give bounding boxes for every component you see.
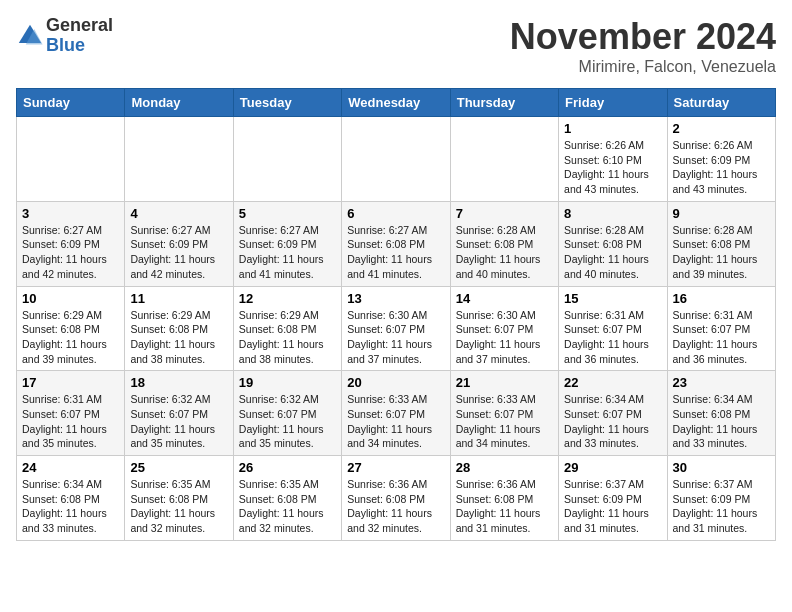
logo-blue-text: Blue	[46, 36, 113, 56]
logo-icon	[16, 22, 44, 50]
day-info: Sunrise: 6:35 AM Sunset: 6:08 PM Dayligh…	[130, 477, 227, 536]
calendar-cell: 4Sunrise: 6:27 AM Sunset: 6:09 PM Daylig…	[125, 201, 233, 286]
calendar-cell	[17, 117, 125, 202]
calendar-cell: 7Sunrise: 6:28 AM Sunset: 6:08 PM Daylig…	[450, 201, 558, 286]
calendar-cell: 25Sunrise: 6:35 AM Sunset: 6:08 PM Dayli…	[125, 456, 233, 541]
day-number: 22	[564, 375, 661, 390]
day-number: 18	[130, 375, 227, 390]
day-info: Sunrise: 6:26 AM Sunset: 6:09 PM Dayligh…	[673, 138, 770, 197]
day-number: 23	[673, 375, 770, 390]
calendar-cell: 28Sunrise: 6:36 AM Sunset: 6:08 PM Dayli…	[450, 456, 558, 541]
day-info: Sunrise: 6:28 AM Sunset: 6:08 PM Dayligh…	[673, 223, 770, 282]
calendar-cell: 9Sunrise: 6:28 AM Sunset: 6:08 PM Daylig…	[667, 201, 775, 286]
day-number: 13	[347, 291, 444, 306]
day-info: Sunrise: 6:33 AM Sunset: 6:07 PM Dayligh…	[347, 392, 444, 451]
day-info: Sunrise: 6:32 AM Sunset: 6:07 PM Dayligh…	[239, 392, 336, 451]
day-number: 19	[239, 375, 336, 390]
calendar-cell: 21Sunrise: 6:33 AM Sunset: 6:07 PM Dayli…	[450, 371, 558, 456]
day-info: Sunrise: 6:31 AM Sunset: 6:07 PM Dayligh…	[564, 308, 661, 367]
weekday-header: Thursday	[450, 89, 558, 117]
title-section: November 2024 Mirimire, Falcon, Venezuel…	[510, 16, 776, 76]
day-number: 3	[22, 206, 119, 221]
day-info: Sunrise: 6:27 AM Sunset: 6:09 PM Dayligh…	[239, 223, 336, 282]
day-info: Sunrise: 6:29 AM Sunset: 6:08 PM Dayligh…	[22, 308, 119, 367]
day-number: 9	[673, 206, 770, 221]
day-info: Sunrise: 6:37 AM Sunset: 6:09 PM Dayligh…	[673, 477, 770, 536]
day-number: 6	[347, 206, 444, 221]
day-number: 5	[239, 206, 336, 221]
calendar-cell: 11Sunrise: 6:29 AM Sunset: 6:08 PM Dayli…	[125, 286, 233, 371]
day-number: 28	[456, 460, 553, 475]
day-info: Sunrise: 6:34 AM Sunset: 6:07 PM Dayligh…	[564, 392, 661, 451]
calendar-cell: 18Sunrise: 6:32 AM Sunset: 6:07 PM Dayli…	[125, 371, 233, 456]
day-info: Sunrise: 6:35 AM Sunset: 6:08 PM Dayligh…	[239, 477, 336, 536]
day-number: 25	[130, 460, 227, 475]
day-number: 24	[22, 460, 119, 475]
day-info: Sunrise: 6:30 AM Sunset: 6:07 PM Dayligh…	[347, 308, 444, 367]
day-number: 17	[22, 375, 119, 390]
day-number: 11	[130, 291, 227, 306]
day-number: 12	[239, 291, 336, 306]
calendar-week-row: 1Sunrise: 6:26 AM Sunset: 6:10 PM Daylig…	[17, 117, 776, 202]
calendar-cell	[342, 117, 450, 202]
calendar-cell: 30Sunrise: 6:37 AM Sunset: 6:09 PM Dayli…	[667, 456, 775, 541]
day-number: 27	[347, 460, 444, 475]
weekday-header: Wednesday	[342, 89, 450, 117]
calendar-header-row: SundayMondayTuesdayWednesdayThursdayFrid…	[17, 89, 776, 117]
day-info: Sunrise: 6:28 AM Sunset: 6:08 PM Dayligh…	[564, 223, 661, 282]
calendar-week-row: 10Sunrise: 6:29 AM Sunset: 6:08 PM Dayli…	[17, 286, 776, 371]
day-number: 14	[456, 291, 553, 306]
day-info: Sunrise: 6:27 AM Sunset: 6:09 PM Dayligh…	[22, 223, 119, 282]
day-info: Sunrise: 6:30 AM Sunset: 6:07 PM Dayligh…	[456, 308, 553, 367]
calendar-table: SundayMondayTuesdayWednesdayThursdayFrid…	[16, 88, 776, 541]
calendar-cell: 26Sunrise: 6:35 AM Sunset: 6:08 PM Dayli…	[233, 456, 341, 541]
day-info: Sunrise: 6:31 AM Sunset: 6:07 PM Dayligh…	[673, 308, 770, 367]
day-info: Sunrise: 6:27 AM Sunset: 6:09 PM Dayligh…	[130, 223, 227, 282]
calendar-cell: 1Sunrise: 6:26 AM Sunset: 6:10 PM Daylig…	[559, 117, 667, 202]
day-info: Sunrise: 6:26 AM Sunset: 6:10 PM Dayligh…	[564, 138, 661, 197]
day-info: Sunrise: 6:34 AM Sunset: 6:08 PM Dayligh…	[22, 477, 119, 536]
calendar-cell: 23Sunrise: 6:34 AM Sunset: 6:08 PM Dayli…	[667, 371, 775, 456]
calendar-cell: 15Sunrise: 6:31 AM Sunset: 6:07 PM Dayli…	[559, 286, 667, 371]
page-header: General Blue November 2024 Mirimire, Fal…	[16, 16, 776, 76]
calendar-cell: 22Sunrise: 6:34 AM Sunset: 6:07 PM Dayli…	[559, 371, 667, 456]
calendar-week-row: 17Sunrise: 6:31 AM Sunset: 6:07 PM Dayli…	[17, 371, 776, 456]
calendar-cell: 3Sunrise: 6:27 AM Sunset: 6:09 PM Daylig…	[17, 201, 125, 286]
calendar-cell: 5Sunrise: 6:27 AM Sunset: 6:09 PM Daylig…	[233, 201, 341, 286]
calendar-cell: 8Sunrise: 6:28 AM Sunset: 6:08 PM Daylig…	[559, 201, 667, 286]
day-info: Sunrise: 6:27 AM Sunset: 6:08 PM Dayligh…	[347, 223, 444, 282]
location: Mirimire, Falcon, Venezuela	[510, 58, 776, 76]
day-number: 4	[130, 206, 227, 221]
weekday-header: Monday	[125, 89, 233, 117]
day-info: Sunrise: 6:29 AM Sunset: 6:08 PM Dayligh…	[239, 308, 336, 367]
day-info: Sunrise: 6:29 AM Sunset: 6:08 PM Dayligh…	[130, 308, 227, 367]
calendar-cell: 17Sunrise: 6:31 AM Sunset: 6:07 PM Dayli…	[17, 371, 125, 456]
weekday-header: Friday	[559, 89, 667, 117]
day-info: Sunrise: 6:31 AM Sunset: 6:07 PM Dayligh…	[22, 392, 119, 451]
weekday-header: Sunday	[17, 89, 125, 117]
day-number: 30	[673, 460, 770, 475]
calendar-week-row: 3Sunrise: 6:27 AM Sunset: 6:09 PM Daylig…	[17, 201, 776, 286]
day-number: 21	[456, 375, 553, 390]
day-info: Sunrise: 6:34 AM Sunset: 6:08 PM Dayligh…	[673, 392, 770, 451]
calendar-cell: 27Sunrise: 6:36 AM Sunset: 6:08 PM Dayli…	[342, 456, 450, 541]
calendar-cell: 24Sunrise: 6:34 AM Sunset: 6:08 PM Dayli…	[17, 456, 125, 541]
weekday-header: Saturday	[667, 89, 775, 117]
day-number: 1	[564, 121, 661, 136]
day-number: 2	[673, 121, 770, 136]
day-info: Sunrise: 6:37 AM Sunset: 6:09 PM Dayligh…	[564, 477, 661, 536]
day-number: 29	[564, 460, 661, 475]
calendar-cell: 13Sunrise: 6:30 AM Sunset: 6:07 PM Dayli…	[342, 286, 450, 371]
day-number: 8	[564, 206, 661, 221]
calendar-cell: 10Sunrise: 6:29 AM Sunset: 6:08 PM Dayli…	[17, 286, 125, 371]
calendar-cell: 29Sunrise: 6:37 AM Sunset: 6:09 PM Dayli…	[559, 456, 667, 541]
calendar-cell	[450, 117, 558, 202]
day-number: 26	[239, 460, 336, 475]
day-number: 20	[347, 375, 444, 390]
calendar-cell: 2Sunrise: 6:26 AM Sunset: 6:09 PM Daylig…	[667, 117, 775, 202]
day-info: Sunrise: 6:28 AM Sunset: 6:08 PM Dayligh…	[456, 223, 553, 282]
logo-general-text: General	[46, 16, 113, 36]
day-info: Sunrise: 6:36 AM Sunset: 6:08 PM Dayligh…	[456, 477, 553, 536]
month-title: November 2024	[510, 16, 776, 58]
day-number: 16	[673, 291, 770, 306]
